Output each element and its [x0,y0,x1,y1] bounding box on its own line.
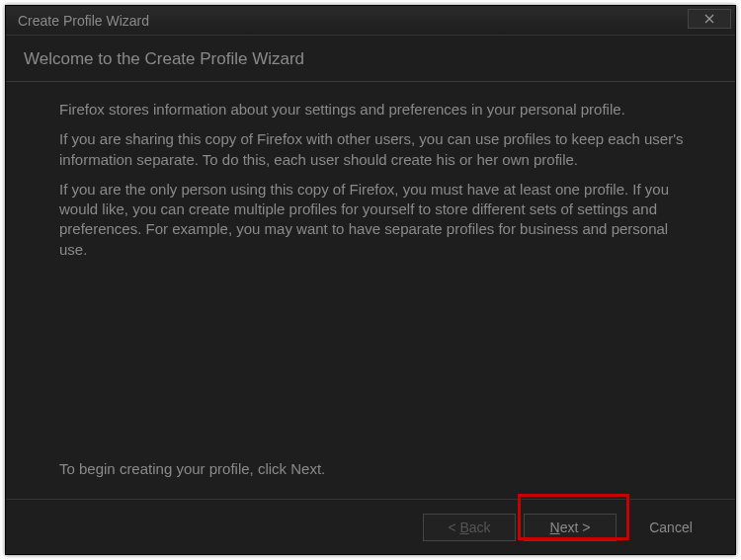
close-button[interactable] [688,9,731,29]
page-heading: Welcome to the Create Profile Wizard [24,49,717,69]
intro-paragraph-1: Firefox stores information about your se… [59,100,700,120]
wizard-window: Create Profile Wizard Welcome to the Cre… [5,5,736,555]
button-row: < Back Next > Cancel [6,499,735,554]
back-button: < Back [423,514,516,541]
spacer [59,270,700,459]
body-area: Firefox stores information about your se… [6,82,735,499]
begin-instruction: To begin creating your profile, click Ne… [59,459,700,479]
next-button[interactable]: Next > [524,514,617,541]
window-title: Create Profile Wizard [18,13,149,29]
header-area: Welcome to the Create Profile Wizard [6,36,735,82]
cancel-button[interactable]: Cancel [624,514,717,541]
intro-paragraph-2: If you are sharing this copy of Firefox … [59,129,700,170]
back-rest: ack [469,520,491,535]
close-icon [704,14,714,24]
next-mnemonic: N [550,520,560,535]
intro-paragraph-3: If you are the only person using this co… [59,180,700,260]
back-prefix: < [448,520,459,535]
next-rest: ext > [560,520,591,535]
titlebar: Create Profile Wizard [6,6,735,36]
back-mnemonic: B [459,520,468,535]
content-area: Welcome to the Create Profile Wizard Fir… [6,36,735,554]
